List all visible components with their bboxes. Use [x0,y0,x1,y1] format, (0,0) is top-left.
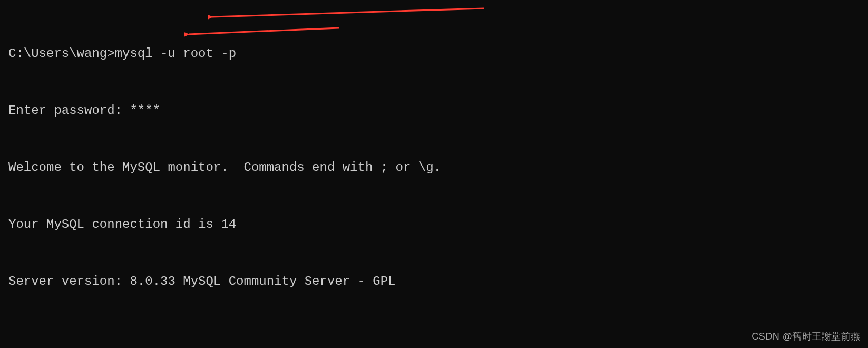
terminal-output: C:\Users\wang>mysql -u root -p Enter pas… [8,6,860,348]
welcome-line: Welcome to the MySQL monitor. Commands e… [8,158,860,177]
command-line: C:\Users\wang>mysql -u root -p [8,44,860,63]
password-line: Enter password: **** [8,101,860,120]
server-version-line: Server version: 8.0.33 MySQL Community S… [8,272,860,291]
watermark-text: CSDN @舊时王謝堂前燕 [752,330,861,344]
connection-id-line: Your MySQL connection id is 14 [8,215,860,234]
